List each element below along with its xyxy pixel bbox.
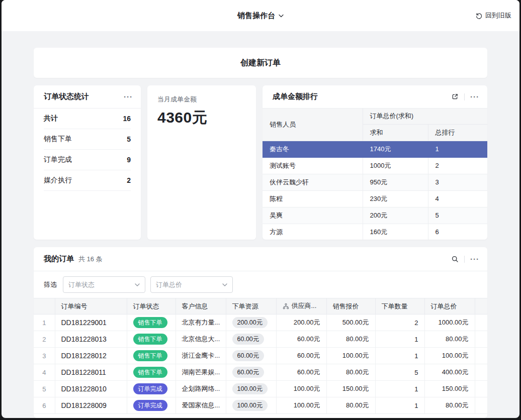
order-no-cell: DD181229001: [55, 314, 127, 331]
column-header-quote[interactable]: 销售报价: [326, 298, 375, 314]
total-cell: 80.00元: [424, 331, 475, 348]
create-order-button[interactable]: 创建新订单: [34, 48, 487, 78]
order-row[interactable]: 5 DD181228010 订单完成 企划路网络... 100.00元 100.…: [34, 381, 487, 397]
order-status-filter[interactable]: 订单状态: [63, 276, 145, 293]
rank-cell: 5: [428, 207, 487, 224]
more-options-icon[interactable]: ···: [470, 255, 479, 263]
status-cell: 销售下单: [127, 331, 176, 348]
total-cell: 400.00元: [424, 364, 475, 381]
dashboard-cards-row: 订单状态统计 ··· 共计 16 销售下单 5 订单完成 9: [34, 85, 487, 240]
column-header-order-no[interactable]: 订单编号: [55, 298, 127, 314]
status-value: 16: [123, 115, 131, 123]
ranking-table: 销售人员 订单总价(求和) 求和 总排行 秦吉冬 1740元 1: [263, 109, 487, 240]
customer-cell: 北京有力量...: [176, 314, 226, 331]
sum-cell: 1740元: [363, 141, 428, 157]
quantity-cell: 2: [375, 314, 424, 331]
spacer-cell: [475, 364, 487, 381]
resource-pill: 200.00元: [232, 317, 268, 328]
orders-title-group: 我的订单 共 16 条: [44, 254, 103, 264]
ranking-row[interactable]: 吴爽 200元 5: [263, 207, 487, 224]
row-number-cell: 6: [34, 397, 55, 414]
my-orders-card: 我的订单 共 16 条 ··· 筛选 订单状态: [34, 247, 487, 418]
spacer-cell: [475, 348, 487, 364]
divider: [464, 93, 465, 100]
column-header-order-total-sum[interactable]: 订单总价(求和): [363, 109, 487, 124]
amount-label: 当月成单金额: [157, 95, 246, 104]
row-number-cell: 1: [34, 314, 55, 331]
order-row[interactable]: 4 DD181228011 销售下单 湖南芒果娱... 60.00元 60.00…: [34, 364, 487, 381]
rank-cell: 6: [428, 224, 487, 240]
filter-row: 筛选 订单状态 订单总价: [34, 271, 487, 298]
create-order-label: 创建新订单: [240, 58, 281, 68]
column-header-row-number: [34, 298, 55, 314]
more-options-icon[interactable]: ···: [124, 93, 133, 100]
status-value: 2: [127, 176, 131, 184]
divider: [464, 256, 465, 263]
order-total-filter[interactable]: 订单总价: [150, 276, 233, 293]
rank-cell: 3: [428, 174, 487, 190]
supplier-cell: 60.00元: [276, 364, 326, 381]
column-header-resource[interactable]: 下单资源: [226, 298, 276, 314]
workspace-title-dropdown[interactable]: 销售操作台: [237, 11, 284, 21]
supplier-cell: 200.00元: [276, 314, 326, 331]
column-header-sum[interactable]: 求和: [363, 124, 428, 141]
column-header-supplier[interactable]: 供应商...: [276, 298, 326, 314]
ranking-row[interactable]: 方源 160元 6: [263, 224, 487, 240]
status-cell: 销售下单: [127, 348, 176, 364]
amount-value: 4360元: [157, 108, 246, 128]
back-to-old-version-button[interactable]: 回到旧版: [475, 11, 511, 20]
search-icon[interactable]: [451, 255, 459, 263]
supplier-cell: 60.00元: [276, 348, 326, 364]
page-title: 销售操作台: [237, 11, 275, 21]
more-options-icon[interactable]: ···: [470, 93, 479, 100]
row-number-cell: 2: [34, 331, 55, 348]
resource-cell: 200.00元: [226, 314, 276, 331]
order-row[interactable]: 6 DD181228009 订单完成 爱国家信息... 100.00元 100.…: [34, 397, 487, 414]
column-header-customer[interactable]: 客户信息: [176, 298, 226, 314]
spacer-cell: [475, 331, 487, 348]
status-row-sales-order[interactable]: 销售下单 5: [44, 129, 131, 150]
lookup-relation-icon: [283, 303, 289, 309]
ranking-row[interactable]: 秦吉冬 1740元 1: [263, 141, 487, 157]
status-label: 共计: [44, 114, 58, 123]
quote-cell: 500.00元: [326, 314, 375, 331]
order-row[interactable]: 3 DD181228012 销售下单 浙江金鹰卡... 60.00元 60.00…: [34, 348, 487, 364]
rank-cell: 4: [428, 190, 487, 207]
column-header-status[interactable]: 订单状态: [127, 298, 176, 314]
quote-cell: 80.00元: [326, 331, 375, 348]
column-header-spacer: [475, 298, 487, 314]
sum-cell: 200元: [363, 207, 428, 224]
order-row[interactable]: 1 DD181229001 销售下单 北京有力量... 200.00元 200.…: [34, 314, 487, 331]
column-header-rank[interactable]: 总排行: [428, 124, 487, 141]
status-label: 订单完成: [44, 155, 72, 164]
ranking-row[interactable]: 伙伴云魏少轩 950元 3: [263, 174, 487, 190]
card-actions: ···: [451, 93, 479, 100]
status-row-total[interactable]: 共计 16: [44, 109, 131, 129]
column-header-salesperson[interactable]: 销售人员: [263, 109, 363, 141]
chevron-down-icon: [222, 283, 227, 286]
column-header-quantity[interactable]: 下单数量: [375, 298, 424, 314]
total-cell: 80.00元: [424, 397, 475, 414]
order-row[interactable]: 2 DD181228013 销售下单 北京信息大... 60.00元 60.00…: [34, 331, 487, 348]
supplier-cell: 60.00元: [276, 331, 326, 348]
total-cell: 100.00元: [424, 348, 475, 364]
status-row-media-execution[interactable]: 媒介执行 2: [44, 170, 131, 191]
quote-cell: 150.00元: [326, 381, 375, 397]
status-badge: 销售下单: [133, 350, 167, 361]
ranking-row[interactable]: 陈程 230元 4: [263, 190, 487, 207]
ranking-row[interactable]: 测试账号 1000元 2: [263, 157, 487, 174]
column-header-supplier-label: 供应商...: [292, 301, 317, 310]
spacer-cell: [475, 381, 487, 397]
column-header-total[interactable]: 订单总价: [424, 298, 475, 314]
total-cell: 1000.00元: [424, 314, 475, 331]
status-badge: 销售下单: [133, 367, 167, 378]
resource-cell: 60.00元: [226, 331, 276, 348]
order-status-stats-card: 订单状态统计 ··· 共计 16 销售下单 5 订单完成 9: [34, 85, 141, 240]
resource-cell: 60.00元: [226, 348, 276, 364]
order-no-cell: DD181228013: [55, 331, 127, 348]
salesperson-cell: 秦吉冬: [263, 141, 363, 157]
status-row-order-complete[interactable]: 订单完成 9: [44, 150, 131, 170]
resource-cell: 60.00元: [226, 364, 276, 381]
open-in-new-icon[interactable]: [451, 93, 459, 100]
topbar: 销售操作台 回到旧版: [2, 0, 519, 31]
